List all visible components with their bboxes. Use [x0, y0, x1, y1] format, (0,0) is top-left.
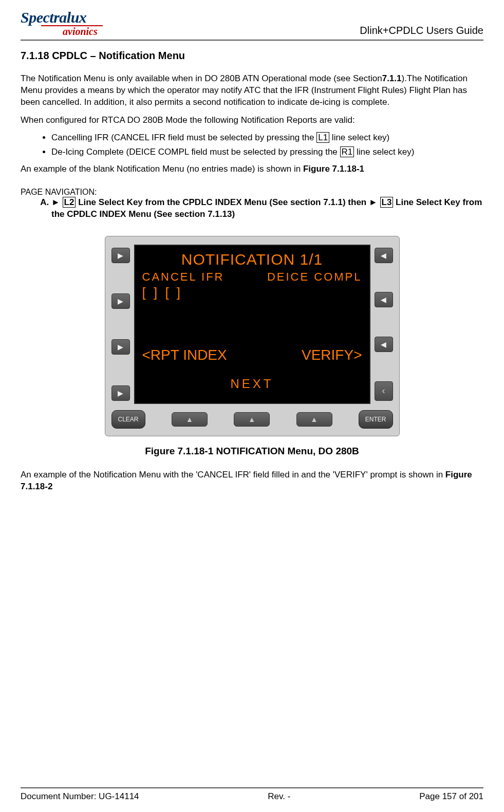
bullet-list: Cancelling IFR (CANCEL IFR field must be…: [21, 133, 483, 157]
page-header: Spectralux avionics Dlink+CPDLC Users Gu…: [21, 10, 483, 41]
list-item: Cancelling IFR (CANCEL IFR field must be…: [51, 133, 483, 143]
page-footer: Document Number: UG-14114 Rev. - Page 15…: [21, 787, 483, 802]
line-select-key-l1[interactable]: ▶: [111, 248, 130, 263]
footer-docnum: Document Number: UG-14114: [21, 791, 139, 802]
rpt-index-prompt: <RPT INDEX: [142, 347, 227, 363]
footer-page: Page 157 of 201: [419, 791, 483, 802]
screen-title: NOTIFICATION 1/1: [142, 251, 362, 268]
page-navigation-label: PAGE NAVIGATION:: [21, 188, 483, 197]
line-select-key-r3[interactable]: ◀: [375, 337, 393, 352]
screen-next-label: NEXT: [142, 377, 362, 391]
figure-caption: Figure 7.1.18-1 NOTIFICATION Menu, DO 28…: [21, 446, 483, 457]
up-arrow-button[interactable]: ▲: [234, 412, 270, 427]
paragraph-example-2: An example of the Notification Menu with…: [21, 469, 483, 493]
key-label: L3: [380, 197, 394, 208]
list-item: ► L2 Line Select Key from the CPDLC INDE…: [51, 197, 483, 220]
navigation-list: ► L2 Line Select Key from the CPDLC INDE…: [21, 197, 483, 220]
screen-field-labels: CANCEL IFR DEICE COMPL: [142, 270, 362, 284]
up-arrow-button[interactable]: ▲: [296, 412, 332, 427]
document-title: Dlink+CPDLC Users Guide: [360, 25, 483, 36]
paragraph-intro: The Notification Menu is only available …: [21, 73, 483, 108]
right-keys: ◀ ◀ ◀ ‹: [375, 245, 393, 404]
clear-button[interactable]: CLEAR: [111, 410, 145, 429]
line-select-key-l2[interactable]: ▶: [111, 293, 130, 309]
paragraph-example: An example of the blank Notification Men…: [21, 163, 483, 175]
footer-rev: Rev. -: [268, 791, 290, 802]
left-keys: ▶ ▶ ▶ ▶: [111, 245, 130, 404]
screen-nav-row: <RPT INDEX VERIFY>: [142, 347, 362, 363]
list-item: De-Icing Complete (DEICE COMPL field mus…: [51, 147, 483, 157]
logo: Spectralux avionics: [21, 10, 103, 36]
key-label: R1: [340, 146, 354, 157]
line-select-key-r1[interactable]: ◀: [375, 248, 393, 263]
cdu-device: ▶ ▶ ▶ ▶ NOTIFICATION 1/1 CANCEL IFR DEIC…: [105, 236, 400, 436]
figure: ▶ ▶ ▶ ▶ NOTIFICATION 1/1 CANCEL IFR DEIC…: [21, 236, 483, 457]
verify-prompt: VERIFY>: [302, 347, 362, 363]
up-arrow-button[interactable]: ▲: [172, 412, 208, 427]
cdu-screen: NOTIFICATION 1/1 CANCEL IFR DEICE COMPL …: [134, 245, 370, 404]
logo-sub-text: avionics: [21, 26, 98, 36]
logo-main-text: Spectralux: [21, 10, 86, 24]
key-label: L1: [316, 132, 329, 143]
bottom-button-row: CLEAR ▲ ▲ ▲ ENTER: [111, 410, 393, 429]
enter-button[interactable]: ENTER: [359, 410, 393, 429]
line-select-key-r2[interactable]: ◀: [375, 292, 393, 307]
paragraph-config: When configured for RTCA DO 280B Mode th…: [21, 115, 483, 126]
screen-entry-brackets: [ ] [ ]: [142, 285, 362, 301]
line-select-key-l4[interactable]: ▶: [111, 385, 130, 401]
line-select-key-l3[interactable]: ▶: [111, 339, 130, 355]
key-label: L2: [63, 197, 76, 208]
page-key-right[interactable]: ‹: [375, 381, 393, 401]
section-heading: 7.1.18 CPDLC – Notification Menu: [21, 50, 483, 62]
